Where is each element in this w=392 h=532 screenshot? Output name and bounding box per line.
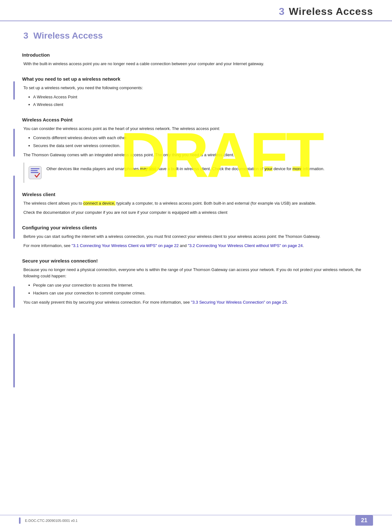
header-title: Wireless Access <box>289 6 373 17</box>
chapter-title: Wireless Access <box>34 31 103 41</box>
wap-list: Connects different wireless devices with… <box>28 135 373 149</box>
link-wps[interactable]: "3.1 Connecting Your Wireless Client via… <box>71 243 179 248</box>
page-header: 3 Wireless Access <box>0 0 392 21</box>
footer-bar <box>19 517 21 524</box>
section-heading-what-you-need: What you need to set up a wireless netwo… <box>22 76 373 82</box>
section-wap: Wireless Access Point You can consider t… <box>22 117 373 183</box>
wc-paragraph-2: Check the documentation of your computer… <box>22 209 373 216</box>
chapter-number: 3 <box>23 31 28 41</box>
page-body: 3 Wireless Access Introduction With the … <box>0 21 392 521</box>
configuring-paragraph-2: For more information, see "3.1 Connectin… <box>22 243 373 249</box>
main-content: 3 Wireless Access Introduction With the … <box>19 21 392 521</box>
header-chapter-num: 3 <box>279 6 285 17</box>
wc-paragraph-1: The wireless client allows you to connec… <box>22 200 373 207</box>
section-heading-secure: Secure your wireless connection! <box>22 258 373 263</box>
secure-paragraph-1: Because you no longer need a physical co… <box>22 267 373 280</box>
list-item: Secures the data sent over wireless conn… <box>28 143 373 149</box>
list-item: A Wireless client <box>28 102 373 108</box>
section-what-you-need: What you need to set up a wireless netwo… <box>22 76 373 108</box>
list-item: Connects different wireless devices with… <box>28 135 373 141</box>
bullet-text: A Wireless client <box>33 102 63 108</box>
chapter-heading: 3 Wireless Access <box>22 31 373 41</box>
change-bar-wap <box>13 176 15 239</box>
section-configuring: Configuring your wireless clients Before… <box>22 225 373 249</box>
footer-left: E-DOC-CTC-20090105-0001 v0.1 <box>19 517 77 524</box>
section-secure: Secure your wireless connection! Because… <box>22 258 373 306</box>
change-bar-secure <box>13 334 15 387</box>
svg-rect-3 <box>31 172 39 173</box>
bullet-text: Secures the data sent over wireless conn… <box>33 143 120 149</box>
list-item: Hackers can use your connection to commi… <box>28 290 373 297</box>
section-heading-configuring: Configuring your wireless clients <box>22 225 373 230</box>
section-heading-wap: Wireless Access Point <box>22 117 373 122</box>
left-margin <box>0 21 19 521</box>
note-icon <box>28 166 42 180</box>
section-heading-introduction: Introduction <box>22 52 373 58</box>
bullet-text: A Wireless Access Point <box>33 94 77 101</box>
link-securing[interactable]: "3.3 Securing Your Wireless Connection" … <box>191 300 287 305</box>
secure-paragraph-2: You can easily prevent this by securing … <box>22 299 373 306</box>
bullet-text: People can use your connection to access… <box>33 282 133 289</box>
section-introduction: Introduction With the built-in wireless … <box>22 52 373 67</box>
secure-list: People can use your connection to access… <box>28 282 373 297</box>
change-bar-intro <box>13 81 15 100</box>
list-item: People can use your connection to access… <box>28 282 373 289</box>
note-text: Other devices like media players and sma… <box>46 166 324 172</box>
footer-page-number: 21 <box>355 515 373 526</box>
section-wireless-client: Wireless client The wireless client allo… <box>22 192 373 216</box>
svg-rect-1 <box>31 168 40 169</box>
svg-rect-2 <box>31 170 38 171</box>
what-you-need-paragraph: To set up a wireless network, you need t… <box>22 85 373 91</box>
what-you-need-list: A Wireless Access Point A Wireless clien… <box>28 94 373 108</box>
intro-paragraph: With the built-in wireless access point … <box>22 61 373 67</box>
list-item: A Wireless Access Point <box>28 94 373 101</box>
page-footer: E-DOC-CTC-20090105-0001 v0.1 21 <box>0 515 392 526</box>
section-heading-wireless-client: Wireless client <box>22 192 373 197</box>
wap-paragraph-1: You can consider the wireless access poi… <box>22 126 373 132</box>
footer-doc-id: E-DOC-CTC-20090105-0001 v0.1 <box>25 519 77 523</box>
bullet-text: Connects different wireless devices with… <box>33 135 127 141</box>
wap-paragraph-2: The Thomson Gateway comes with an integr… <box>22 152 373 158</box>
change-bar-configuring <box>13 286 15 308</box>
change-bar-whatyouneed <box>13 129 15 157</box>
bullet-text: Hackers can use your connection to commi… <box>33 290 145 297</box>
configuring-paragraph-1: Before you can start surfing the interne… <box>22 233 373 240</box>
link-no-wps[interactable]: "3.2 Connecting Your Wireless Client wit… <box>188 243 303 248</box>
note-box: Other devices like media players and sma… <box>23 163 373 183</box>
